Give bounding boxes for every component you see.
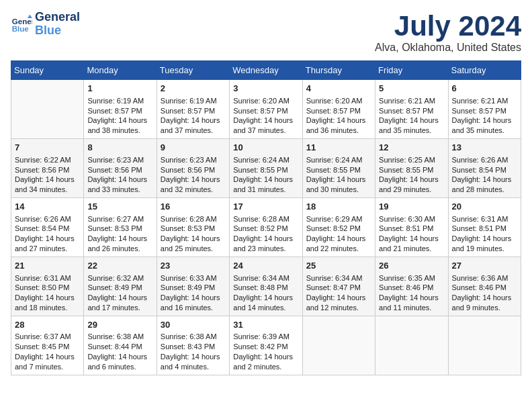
logo-icon: General Blue xyxy=(11,13,32,35)
calendar-cell xyxy=(302,316,375,375)
day-number: 19 xyxy=(379,201,444,213)
day-header-friday: Friday xyxy=(375,61,448,80)
calendar-title: July 2024 xyxy=(375,11,521,42)
day-info: Sunrise: 6:23 AM Sunset: 8:56 PM Dayligh… xyxy=(87,155,152,195)
day-info: Sunrise: 6:34 AM Sunset: 8:47 PM Dayligh… xyxy=(306,273,371,313)
header: General Blue General Blue July 2024 Alva… xyxy=(11,11,521,54)
calendar-cell: 24Sunrise: 6:34 AM Sunset: 8:48 PM Dayli… xyxy=(230,257,302,316)
calendar-cell: 10Sunrise: 6:24 AM Sunset: 8:55 PM Dayli… xyxy=(230,139,302,198)
calendar-cell: 1Sunrise: 6:19 AM Sunset: 8:57 PM Daylig… xyxy=(84,80,157,139)
calendar-cell: 13Sunrise: 6:26 AM Sunset: 8:54 PM Dayli… xyxy=(448,139,521,198)
day-number: 15 xyxy=(87,201,152,213)
calendar-cell: 29Sunrise: 6:38 AM Sunset: 8:44 PM Dayli… xyxy=(84,316,157,375)
calendar-cell: 9Sunrise: 6:23 AM Sunset: 8:56 PM Daylig… xyxy=(157,139,229,198)
day-header-wednesday: Wednesday xyxy=(230,61,302,80)
day-number: 10 xyxy=(233,142,298,154)
day-info: Sunrise: 6:39 AM Sunset: 8:42 PM Dayligh… xyxy=(233,332,298,371)
day-info: Sunrise: 6:23 AM Sunset: 8:56 PM Dayligh… xyxy=(161,155,226,195)
day-info: Sunrise: 6:26 AM Sunset: 8:54 PM Dayligh… xyxy=(15,214,80,254)
day-info: Sunrise: 6:30 AM Sunset: 8:51 PM Dayligh… xyxy=(379,214,444,254)
calendar-cell: 28Sunrise: 6:37 AM Sunset: 8:45 PM Dayli… xyxy=(11,316,84,375)
day-header-monday: Monday xyxy=(84,61,157,80)
day-info: Sunrise: 6:27 AM Sunset: 8:53 PM Dayligh… xyxy=(87,214,152,254)
calendar-cell: 25Sunrise: 6:34 AM Sunset: 8:47 PM Dayli… xyxy=(302,257,375,316)
calendar-cell: 23Sunrise: 6:33 AM Sunset: 8:49 PM Dayli… xyxy=(157,257,229,316)
calendar-cell: 5Sunrise: 6:21 AM Sunset: 8:57 PM Daylig… xyxy=(375,80,448,139)
day-number: 25 xyxy=(306,260,371,272)
day-info: Sunrise: 6:36 AM Sunset: 8:46 PM Dayligh… xyxy=(452,273,517,313)
logo-text: General Blue xyxy=(35,11,80,38)
day-number: 26 xyxy=(379,260,444,272)
day-number: 28 xyxy=(15,319,80,331)
days-header-row: SundayMondayTuesdayWednesdayThursdayFrid… xyxy=(11,61,521,80)
day-header-thursday: Thursday xyxy=(302,61,375,80)
calendar-cell xyxy=(11,80,84,139)
day-header-saturday: Saturday xyxy=(448,61,521,80)
day-number: 17 xyxy=(233,201,298,213)
week-row-2: 7Sunrise: 6:22 AM Sunset: 8:56 PM Daylig… xyxy=(11,139,521,198)
day-number: 30 xyxy=(161,319,226,331)
day-info: Sunrise: 6:25 AM Sunset: 8:55 PM Dayligh… xyxy=(379,155,444,195)
day-header-sunday: Sunday xyxy=(11,61,84,80)
day-number: 9 xyxy=(161,142,226,154)
calendar-cell: 17Sunrise: 6:28 AM Sunset: 8:52 PM Dayli… xyxy=(230,198,302,257)
calendar-cell xyxy=(448,316,521,375)
day-number: 27 xyxy=(452,260,517,272)
calendar-cell: 12Sunrise: 6:25 AM Sunset: 8:55 PM Dayli… xyxy=(375,139,448,198)
day-info: Sunrise: 6:20 AM Sunset: 8:57 PM Dayligh… xyxy=(233,96,298,136)
calendar-cell: 6Sunrise: 6:21 AM Sunset: 8:57 PM Daylig… xyxy=(448,80,521,139)
calendar-table: SundayMondayTuesdayWednesdayThursdayFrid… xyxy=(11,60,521,375)
calendar-cell: 19Sunrise: 6:30 AM Sunset: 8:51 PM Dayli… xyxy=(375,198,448,257)
day-header-tuesday: Tuesday xyxy=(157,61,229,80)
day-number: 11 xyxy=(306,142,371,154)
calendar-cell: 20Sunrise: 6:31 AM Sunset: 8:51 PM Dayli… xyxy=(448,198,521,257)
svg-text:Blue: Blue xyxy=(12,24,30,32)
logo: General Blue General Blue xyxy=(11,11,80,38)
calendar-cell: 14Sunrise: 6:26 AM Sunset: 8:54 PM Dayli… xyxy=(11,198,84,257)
calendar-cell: 16Sunrise: 6:28 AM Sunset: 8:53 PM Dayli… xyxy=(157,198,229,257)
day-number: 16 xyxy=(161,201,226,213)
day-number: 18 xyxy=(306,201,371,213)
day-number: 22 xyxy=(87,260,152,272)
calendar-cell: 11Sunrise: 6:24 AM Sunset: 8:55 PM Dayli… xyxy=(302,139,375,198)
calendar-cell: 30Sunrise: 6:38 AM Sunset: 8:43 PM Dayli… xyxy=(157,316,229,375)
calendar-cell: 8Sunrise: 6:23 AM Sunset: 8:56 PM Daylig… xyxy=(84,139,157,198)
day-info: Sunrise: 6:21 AM Sunset: 8:57 PM Dayligh… xyxy=(452,96,517,136)
week-row-3: 14Sunrise: 6:26 AM Sunset: 8:54 PM Dayli… xyxy=(11,198,521,257)
day-info: Sunrise: 6:24 AM Sunset: 8:55 PM Dayligh… xyxy=(233,155,298,195)
calendar-cell: 18Sunrise: 6:29 AM Sunset: 8:52 PM Dayli… xyxy=(302,198,375,257)
calendar-cell xyxy=(375,316,448,375)
day-number: 31 xyxy=(233,319,298,331)
day-info: Sunrise: 6:32 AM Sunset: 8:49 PM Dayligh… xyxy=(87,273,152,313)
day-number: 13 xyxy=(452,142,517,154)
day-info: Sunrise: 6:28 AM Sunset: 8:52 PM Dayligh… xyxy=(233,214,298,254)
calendar-cell: 7Sunrise: 6:22 AM Sunset: 8:56 PM Daylig… xyxy=(11,139,84,198)
day-info: Sunrise: 6:38 AM Sunset: 8:44 PM Dayligh… xyxy=(87,332,152,371)
calendar-cell: 21Sunrise: 6:31 AM Sunset: 8:50 PM Dayli… xyxy=(11,257,84,316)
day-info: Sunrise: 6:31 AM Sunset: 8:51 PM Dayligh… xyxy=(452,214,517,254)
day-info: Sunrise: 6:31 AM Sunset: 8:50 PM Dayligh… xyxy=(15,273,80,313)
day-info: Sunrise: 6:37 AM Sunset: 8:45 PM Dayligh… xyxy=(15,332,80,371)
day-number: 6 xyxy=(452,83,517,95)
day-number: 4 xyxy=(306,83,371,95)
calendar-cell: 15Sunrise: 6:27 AM Sunset: 8:53 PM Dayli… xyxy=(84,198,157,257)
day-number: 5 xyxy=(379,83,444,95)
day-info: Sunrise: 6:26 AM Sunset: 8:54 PM Dayligh… xyxy=(452,155,517,195)
day-info: Sunrise: 6:22 AM Sunset: 8:56 PM Dayligh… xyxy=(15,155,80,195)
calendar-cell: 3Sunrise: 6:20 AM Sunset: 8:57 PM Daylig… xyxy=(230,80,302,139)
calendar-cell: 2Sunrise: 6:19 AM Sunset: 8:57 PM Daylig… xyxy=(157,80,229,139)
calendar-cell: 22Sunrise: 6:32 AM Sunset: 8:49 PM Dayli… xyxy=(84,257,157,316)
calendar-cell: 27Sunrise: 6:36 AM Sunset: 8:46 PM Dayli… xyxy=(448,257,521,316)
day-info: Sunrise: 6:19 AM Sunset: 8:57 PM Dayligh… xyxy=(161,96,226,136)
day-number: 29 xyxy=(87,319,152,331)
day-number: 7 xyxy=(15,142,80,154)
day-info: Sunrise: 6:19 AM Sunset: 8:57 PM Dayligh… xyxy=(87,96,152,136)
day-number: 12 xyxy=(379,142,444,154)
svg-marker-2 xyxy=(28,15,32,18)
day-number: 8 xyxy=(87,142,152,154)
calendar-cell: 31Sunrise: 6:39 AM Sunset: 8:42 PM Dayli… xyxy=(230,316,302,375)
title-block: July 2024 Alva, Oklahoma, United States xyxy=(375,11,521,54)
day-info: Sunrise: 6:38 AM Sunset: 8:43 PM Dayligh… xyxy=(161,332,226,371)
day-info: Sunrise: 6:34 AM Sunset: 8:48 PM Dayligh… xyxy=(233,273,298,313)
day-number: 3 xyxy=(233,83,298,95)
